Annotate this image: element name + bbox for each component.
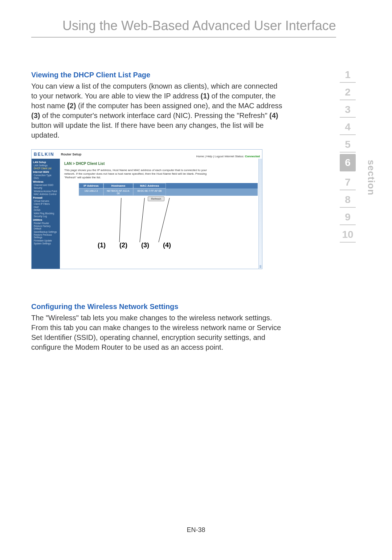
- svg-line-3: [159, 198, 170, 242]
- subheading-dhcp: Viewing the DHCP Client List Page: [31, 70, 283, 80]
- client-table: IP Address Hostname MAC Address 192.168.…: [79, 183, 258, 196]
- sidebar-group-head: Wireless: [33, 180, 58, 183]
- router-screenshot: BELKIN Router Setup Home | Help | Logout…: [31, 149, 262, 269]
- td-mac: 00:0C:6E:7:FF:AF:0B: [133, 188, 166, 196]
- callout-labels: (1) (2) (3) (4): [98, 242, 171, 249]
- sidebar-group-head: LAN Setup: [33, 161, 58, 163]
- svg-line-2: [140, 198, 146, 242]
- page-number: EN-38: [0, 526, 392, 534]
- sidebar-group-head: Firewall: [33, 196, 58, 199]
- sidebar-item[interactable]: DMZ: [34, 206, 58, 208]
- section-nav-item-6[interactable]: 6: [340, 154, 356, 171]
- th-host: Hostname: [103, 183, 133, 188]
- sidebar-item[interactable]: Restore Factory Default: [34, 225, 58, 230]
- td-host: NETBIOS-NF-A114-00: [103, 188, 133, 196]
- callout-3: (3): [141, 242, 149, 249]
- callout-2: (2): [119, 242, 127, 249]
- callout-1: (1): [98, 242, 106, 249]
- sidebar-item[interactable]: Security Log: [34, 215, 58, 218]
- ref3: (3): [31, 111, 40, 119]
- belkin-logo: BELKIN: [34, 152, 54, 157]
- page-title: Using the Web-Based Advanced User Interf…: [31, 0, 336, 37]
- section-nav-item-5[interactable]: 5: [340, 135, 356, 153]
- sidebar-item[interactable]: System Settings: [34, 242, 58, 245]
- top-links[interactable]: Home | Help | Logout Internet Status: Co…: [196, 155, 260, 158]
- sidebar-item[interactable]: Firmware Update: [34, 239, 58, 242]
- ss-header: BELKIN Router Setup Home | Help | Logout…: [32, 150, 262, 159]
- breadcrumb: LAN > DHCP Client List: [64, 162, 258, 166]
- refresh-button[interactable]: Refresh: [148, 196, 164, 201]
- sidebar-item[interactable]: WAN Ping Blocking: [34, 212, 58, 215]
- para-wireless: The "Wireless" tab lets you make changes…: [31, 313, 283, 352]
- para-dhcp: You can view a list of the computers (kn…: [31, 81, 283, 140]
- sidebar-item[interactable]: DDNS: [34, 209, 58, 211]
- sidebar-item[interactable]: LAN Settings: [34, 164, 58, 167]
- top-links-text[interactable]: Home | Help | Logout Internet Status:: [196, 155, 244, 158]
- page-description: This page shows you the IP address, Host…: [64, 169, 217, 179]
- th-mac: MAC Address: [133, 183, 166, 188]
- sidebar-item[interactable]: DHCP Client List: [34, 167, 58, 170]
- td-ip: 192.168.2.3: [79, 188, 103, 196]
- table-row: 192.168.2.3 NETBIOS-NF-A114-00 00:0C:6E:…: [79, 188, 258, 196]
- sidebar-group-head: Utilities: [33, 219, 58, 221]
- section-nav-item-9[interactable]: 9: [340, 208, 356, 225]
- sidebar: LAN SetupLAN SettingsDHCP Client ListInt…: [32, 159, 60, 269]
- txt: of the computer's network interface card…: [40, 111, 269, 119]
- th-ip: IP Address: [79, 183, 103, 188]
- ref1: (1): [201, 92, 209, 100]
- callout-4: (4): [163, 242, 171, 249]
- sidebar-item[interactable]: Restart Router: [34, 222, 58, 224]
- section-nav-item-4[interactable]: 4: [340, 118, 356, 135]
- txt: (if the computer has been assigned one),…: [76, 102, 282, 110]
- section-nav-item-2[interactable]: 2: [340, 83, 356, 100]
- sidebar-item[interactable]: Save/Backup Settings: [34, 231, 58, 233]
- section-label: section: [366, 160, 377, 195]
- sidebar-item[interactable]: Wireless Access Point: [34, 190, 58, 192]
- router-setup-label: Router Setup: [61, 153, 82, 156]
- status-connected: Connected: [245, 155, 260, 158]
- section-nav-item-3[interactable]: 3: [340, 100, 356, 118]
- txt: button will update the list. If there ha…: [31, 121, 264, 139]
- ref4: (4): [269, 111, 278, 119]
- section-nav-item-1[interactable]: 1: [340, 65, 356, 83]
- subheading-wireless: Configuring the Wireless Network Setting…: [31, 302, 283, 312]
- sidebar-item[interactable]: Virtual Servers: [34, 200, 58, 202]
- sidebar-item[interactable]: Security: [34, 187, 58, 189]
- section-nav: 12345678910: [340, 65, 356, 243]
- sidebar-item[interactable]: Client IP Filters: [34, 203, 58, 205]
- sidebar-item[interactable]: Connection Type: [34, 174, 58, 176]
- sidebar-item[interactable]: Restore Previous Settings: [34, 234, 58, 239]
- section-nav-item-8[interactable]: 8: [340, 190, 356, 208]
- section-nav-item-7[interactable]: 7: [340, 173, 356, 190]
- table-header-row: IP Address Hostname MAC Address: [79, 183, 258, 188]
- sidebar-item[interactable]: DNS: [34, 177, 58, 179]
- section-nav-item-10[interactable]: 10: [340, 225, 356, 243]
- sidebar-group-head: Internet WAN: [33, 171, 58, 173]
- sidebar-item[interactable]: Channel and SSID: [34, 184, 58, 186]
- ref2: (2): [67, 102, 76, 110]
- main-panel: LAN > DHCP Client List This page shows y…: [60, 159, 262, 269]
- callout-lines: [102, 198, 211, 245]
- sidebar-item[interactable]: MAC Address Control: [34, 193, 58, 195]
- svg-line-1: [119, 198, 122, 242]
